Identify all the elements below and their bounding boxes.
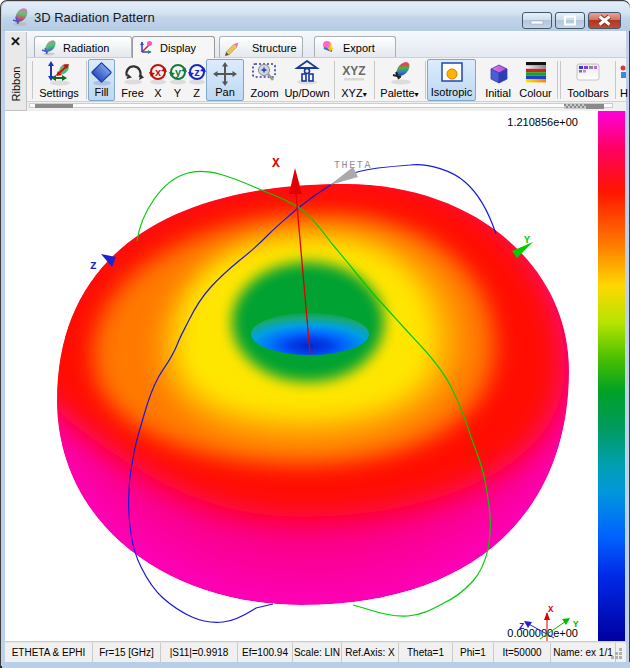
svg-text:Y: Y <box>573 620 579 630</box>
svg-text:X: X <box>272 156 280 171</box>
svg-text:XYZ: XYZ <box>342 64 365 78</box>
svg-text:Z: Z <box>519 622 524 632</box>
svg-text:x: x <box>155 66 162 78</box>
svg-text:Y: Y <box>524 235 530 246</box>
svg-text:X: X <box>548 605 554 615</box>
svg-text:y: y <box>175 66 182 78</box>
svg-text:z: z <box>194 66 200 78</box>
svg-text:Z: Z <box>90 260 97 272</box>
svg-text:1.210856e+00: 1.210856e+00 <box>507 116 578 128</box>
